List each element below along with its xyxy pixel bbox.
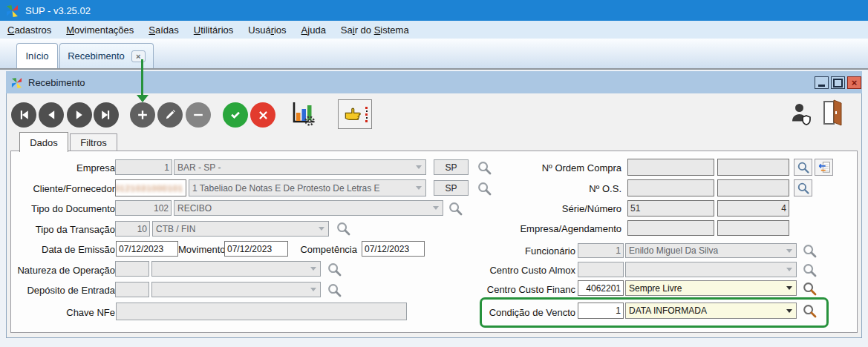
- ordem-compra-field-1[interactable]: [627, 159, 714, 176]
- centro-custo-financ-search-icon[interactable]: [802, 281, 818, 297]
- os-field-1[interactable]: [627, 179, 714, 196]
- minimize-button[interactable]: [815, 76, 829, 89]
- previous-record-button[interactable]: [39, 102, 64, 128]
- tab-filtros[interactable]: Filtros: [70, 133, 117, 151]
- data-emissao-field[interactable]: 07/12/2023: [116, 241, 178, 257]
- exit-button[interactable]: [821, 99, 843, 126]
- tab-inicio[interactable]: Início: [16, 43, 58, 68]
- search-icon: [797, 161, 810, 174]
- centro-custo-financ-label: Centro Custo Financ: [442, 282, 575, 297]
- pointing-hand-icon: [343, 106, 363, 122]
- chevron-down-icon: [416, 165, 422, 169]
- tab-recebimento[interactable]: Recebimento ×: [59, 43, 154, 68]
- tipo-documento-search-icon[interactable]: [448, 201, 463, 217]
- close-button[interactable]: ×: [847, 76, 861, 89]
- menu-utilitarios[interactable]: Utilitários: [186, 22, 241, 38]
- os-field-2[interactable]: [717, 179, 789, 196]
- empresa-agendamento-field-1[interactable]: [627, 220, 714, 236]
- first-record-button[interactable]: [11, 102, 36, 128]
- add-button[interactable]: [130, 102, 155, 128]
- centro-custo-financ-select[interactable]: Sempre Livre: [625, 280, 797, 296]
- menu-sair-do-sistema[interactable]: Sair do Sistema: [333, 22, 417, 38]
- menu-ajuda[interactable]: Ajuda: [294, 22, 333, 38]
- funcionario-search-icon[interactable]: [802, 243, 818, 259]
- chave-nfe-field[interactable]: [116, 303, 407, 320]
- tipo-transacao-search-icon[interactable]: [336, 221, 351, 237]
- edit-button[interactable]: [157, 102, 183, 128]
- confirm-button[interactable]: [223, 102, 248, 128]
- chevron-down-icon: [319, 227, 324, 231]
- delete-button[interactable]: [186, 102, 211, 128]
- ordem-compra-field-2[interactable]: [717, 159, 789, 176]
- last-record-icon: [99, 108, 114, 122]
- tab-dados[interactable]: Dados: [19, 132, 68, 152]
- cancel-button[interactable]: [250, 102, 275, 128]
- serie-field[interactable]: 51: [627, 200, 714, 217]
- centro-custo-almox-search-icon[interactable]: [802, 262, 818, 278]
- natureza-operacao-select[interactable]: [151, 261, 321, 277]
- os-search-button[interactable]: [794, 179, 812, 196]
- centro-custo-financ-code-field[interactable]: 4062201: [578, 280, 624, 296]
- competencia-field[interactable]: 07/12/2023: [362, 241, 425, 257]
- cliente-fornecedor-code-field[interactable]: 10121031000101: [115, 179, 186, 196]
- chevron-down-icon: [310, 267, 316, 271]
- user-permissions-button[interactable]: [790, 101, 812, 126]
- pointer-select-button[interactable]: [338, 99, 372, 129]
- x-icon: [256, 108, 270, 122]
- movimento-field[interactable]: 07/12/2023: [224, 241, 288, 257]
- centro-custo-almox-select[interactable]: [625, 262, 797, 277]
- user-shield-icon: [791, 102, 812, 125]
- tipo-transacao-select[interactable]: CTB / FIN: [152, 221, 329, 237]
- previous-record-icon: [44, 108, 59, 122]
- deposito-entrada-select[interactable]: [151, 282, 321, 297]
- window-logo-icon: [11, 77, 22, 88]
- window-titlebar: Recebimento: [6, 71, 862, 93]
- chart-settings-button[interactable]: [289, 99, 316, 128]
- cliente-fornecedor-uf-field[interactable]: SP: [434, 180, 469, 196]
- menu-saidas[interactable]: Saídas: [141, 22, 186, 38]
- chave-nfe-label: Chave NFe: [4, 305, 115, 320]
- next-record-button[interactable]: [67, 102, 92, 128]
- search-icon: [797, 182, 810, 195]
- chevron-down-icon: [786, 249, 792, 253]
- chevron-down-icon: [786, 268, 792, 271]
- chevron-down-icon: [786, 286, 792, 290]
- natureza-operacao-search-icon[interactable]: [327, 262, 342, 277]
- menu-cadastros[interactable]: Cadastros: [0, 22, 59, 38]
- last-record-button[interactable]: [94, 102, 119, 128]
- funcionario-label: Funcionário: [442, 244, 575, 258]
- pencil-icon: [163, 108, 177, 122]
- funcionario-select[interactable]: Enildo Miguel Da Silva: [625, 243, 797, 258]
- funcionario-code-field[interactable]: 1: [578, 243, 624, 258]
- empresa-agendamento-field-2[interactable]: [717, 220, 789, 236]
- deposito-entrada-label: Depósito de Entrada: [4, 283, 115, 297]
- tipo-transacao-label: Tipo da Transação: [4, 222, 115, 237]
- data-emissao-label: Data de Emissão: [4, 242, 115, 257]
- menu-usuarios[interactable]: Usuários: [241, 22, 293, 38]
- maximize-button[interactable]: [831, 76, 845, 89]
- empresa-select[interactable]: BAR - SP -: [174, 159, 426, 175]
- empresa-label: Empresa: [4, 161, 115, 175]
- empresa-uf-field[interactable]: SP: [434, 159, 469, 175]
- empresa-code-field[interactable]: 1: [115, 159, 172, 175]
- annotation-arrow-shaft: [141, 59, 143, 95]
- natureza-operacao-code-field[interactable]: [115, 261, 149, 277]
- ordem-compra-search-button[interactable]: [794, 159, 812, 176]
- tipo-documento-select[interactable]: RECIBO: [174, 200, 443, 216]
- tipo-transacao-code-field[interactable]: 10: [115, 221, 150, 237]
- movimento-label: Movimento: [178, 242, 221, 257]
- app-title: SUP - v3.25.02: [25, 5, 91, 16]
- next-record-icon: [72, 108, 87, 122]
- chevron-down-icon: [433, 206, 439, 210]
- tipo-documento-code-field[interactable]: 102: [115, 200, 172, 216]
- numero-field[interactable]: 4: [717, 200, 789, 217]
- cliente-fornecedor-label: Cliente/Fornecedor: [4, 182, 115, 196]
- app-logo-icon: [6, 4, 19, 17]
- deposito-entrada-search-icon[interactable]: [327, 282, 342, 298]
- ordem-compra-import-button[interactable]: [815, 159, 833, 176]
- cliente-fornecedor-select[interactable]: 1 Tabeliao De Notas E De Protesto De Let…: [189, 179, 426, 196]
- centro-custo-almox-code-field[interactable]: [578, 262, 624, 277]
- menu-movimentacoes[interactable]: Movimentações: [59, 22, 141, 38]
- deposito-entrada-code-field[interactable]: [115, 282, 149, 297]
- chevron-down-icon: [416, 186, 422, 190]
